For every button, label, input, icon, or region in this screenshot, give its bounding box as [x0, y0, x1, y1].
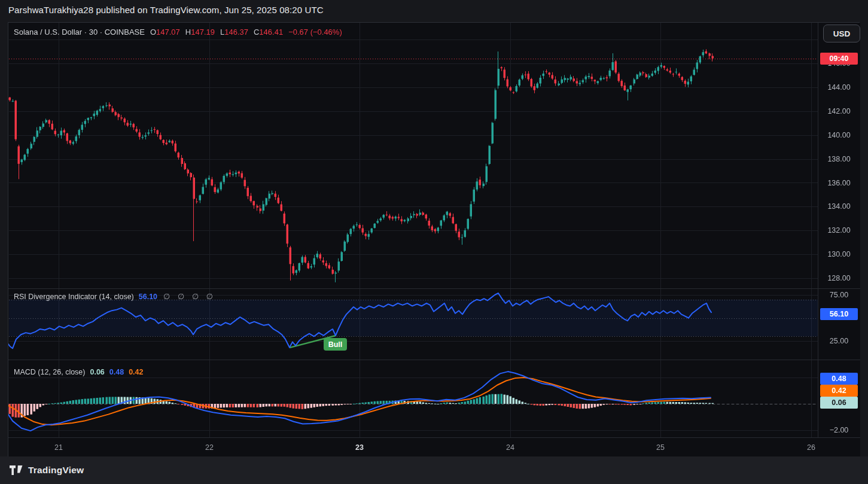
chart-canvas[interactable] — [8, 23, 860, 457]
axis-tick-label: 142.00 — [818, 107, 860, 115]
open-value: 147.07 — [156, 28, 180, 36]
high-label: H — [185, 28, 191, 36]
axis-tick-label: 136.00 — [818, 179, 860, 187]
macd-signal-badge: 0.42 — [820, 385, 858, 397]
macd-signal-value: 0.42 — [129, 368, 143, 376]
bull-divergence-badge[interactable]: Bull — [324, 338, 347, 351]
symbol-legend: Solana / U.S. Dollar · 30 · COINBASEO147… — [14, 28, 342, 36]
bottom-bar: TradingView — [0, 456, 868, 484]
currency-toggle-button[interactable]: USD — [823, 25, 860, 42]
axis-tick-label: 144.00 — [818, 83, 860, 92]
time-axis-label: 25 — [647, 443, 674, 452]
macd-line-badge: 0.48 — [820, 373, 858, 385]
axis-tick-label: 134.00 — [818, 202, 860, 211]
axis-tick-label: 140.00 — [818, 131, 860, 139]
close-value: 146.41 — [259, 28, 283, 36]
close-label: C — [254, 28, 259, 36]
time-axis-label: 23 — [346, 443, 373, 452]
time-axis-label: 21 — [45, 443, 72, 452]
rsi-legend: RSI Divergence Indicator (14, close)56.1… — [14, 292, 213, 301]
macd-legend: MACD (12, 26, close)0.060.480.42 — [14, 368, 144, 376]
axis-tick-label: −2.00 — [818, 426, 860, 434]
rsi-value: 56.10 — [139, 293, 157, 301]
countdown-badge: 09:40 — [820, 53, 858, 65]
macd-hist-value: 0.06 — [90, 368, 104, 376]
change-value: −0.67 (−0.46%) — [288, 28, 342, 36]
rsi-value-badge: 56.10 — [820, 308, 858, 320]
tradingview-snapshot-page: ParshwaTurakhiya28 published on TradingV… — [0, 0, 868, 484]
axis-tick-label: 128.00 — [818, 274, 860, 282]
axis-tick-label: 130.00 — [818, 250, 860, 258]
rsi-indicator-title[interactable]: RSI Divergence Indicator (14, close) — [14, 293, 134, 301]
axis-tick-label: 138.00 — [818, 155, 860, 163]
low-value: 146.37 — [224, 28, 248, 36]
macd-hist-badge: 0.06 — [820, 397, 858, 409]
time-axis-label: 24 — [497, 443, 523, 452]
axis-tick-label: 75.00 — [818, 291, 860, 299]
symbol-title[interactable]: Solana / U.S. Dollar · 30 · COINBASE — [14, 28, 145, 36]
macd-indicator-title[interactable]: MACD (12, 26, close) — [14, 368, 85, 376]
chart-container: Solana / U.S. Dollar · 30 · COINBASEO147… — [8, 22, 860, 456]
time-axis-label: 22 — [196, 443, 223, 452]
time-axis-label: 26 — [798, 443, 824, 452]
axis-tick-label: 132.00 — [818, 226, 860, 235]
tradingview-wordmark[interactable]: TradingView — [28, 465, 84, 476]
macd-line-value: 0.48 — [109, 368, 124, 376]
rsi-empty-values: ∅ ∅ ∅ ∅ — [163, 292, 213, 301]
open-label: O — [150, 28, 156, 36]
attribution-text: ParshwaTurakhiya28 published on TradingV… — [8, 5, 324, 15]
high-value: 147.19 — [191, 28, 215, 36]
axis-tick-label: 25.00 — [818, 337, 860, 345]
tradingview-logo-icon[interactable] — [10, 465, 23, 476]
